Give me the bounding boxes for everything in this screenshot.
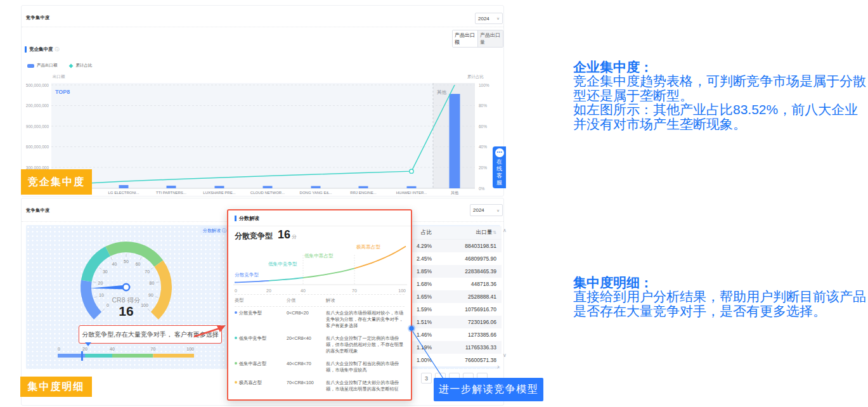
note-enterprise-concentration: 企业集中度： 竞企集中度趋势表格，可判断竞争市场是属于分散型还是属于垄断型。 如…	[573, 60, 868, 131]
cr8-gauge-chart: 0102030405060708090100CR8 得分16	[70, 234, 185, 330]
score-type-row: 低集中竞争型20<CR8<40前八大企业控制了一定比例的市场份额，但市场仍然相对…	[235, 332, 405, 358]
svg-text:60: 60	[136, 262, 141, 266]
svg-text:累计占比: 累计占比	[467, 74, 484, 79]
year-select[interactable]: 2024 ∨	[475, 13, 503, 24]
page: 竞争集中度 2024 ∨ 产品出口额 产品出口量 竞企集中度 ⓘ 产品出口额 累…	[0, 0, 868, 407]
customer-service-widget[interactable]: ⋯ 在线客服	[493, 146, 506, 188]
svg-text:1,500,000,000: 1,500,000,000	[26, 83, 49, 87]
svg-text:CR8 得分: CR8 得分	[112, 296, 141, 304]
svg-text:其他: 其他	[451, 191, 458, 195]
section-accent-bar	[25, 46, 27, 53]
concentration-combo-chart: 1,500,000,000100%1,200,000,00080%900,000…	[26, 74, 500, 196]
customer-service-label: 在线客服	[496, 158, 502, 186]
cr8-linear-gauge: 0204070100	[53, 345, 200, 363]
svg-text:100%: 100%	[479, 83, 489, 87]
annotation-sticker-bottom: 集中度明细	[20, 377, 92, 397]
scroll-right-icon[interactable]: ›	[497, 363, 500, 370]
card-title: 竞争集中度	[26, 15, 50, 21]
section-label: 竞企集中度 ⓘ	[25, 46, 60, 53]
note-body: 竞企集中度趋势表格，可判断竞争市场是属于分散型还是属于垄断型。 如左图所示：其他…	[573, 74, 868, 131]
svg-text:20: 20	[266, 288, 271, 293]
note-title: 企业集中度：	[573, 60, 868, 74]
svg-text:极高寡占型: 极高寡占型	[356, 244, 380, 250]
svg-text:70: 70	[151, 347, 156, 351]
scroll-down-icon[interactable]: ∨	[503, 352, 507, 358]
legend-bar-label[interactable]: 产品出口额	[37, 63, 58, 68]
card-competition-concentration-top: 竞争集中度 2024 ∨ 产品出口额 产品出口量 竞企集中度 ⓘ 产品出口额 累…	[21, 5, 504, 197]
divider	[22, 27, 503, 27]
legend-line-label[interactable]: 累计占比	[76, 63, 93, 68]
svg-text:LUXSHARE PRE...: LUXSHARE PRE...	[203, 191, 236, 195]
chart-legend: 产品出口额 累计占比	[27, 63, 93, 68]
svg-text:1,200,000,000: 1,200,000,000	[26, 103, 49, 108]
svg-text:其他: 其他	[437, 89, 447, 95]
svg-text:HUAWEI INTER...: HUAWEI INTER...	[396, 191, 427, 195]
interpret-model-button[interactable]: 进一步解读竞争模型	[434, 378, 543, 401]
toggle-export-volume[interactable]: 产品出口量	[477, 30, 503, 47]
section-label-text: 竞企集中度	[29, 46, 53, 53]
svg-text:TTI PARTNERS...: TTI PARTNERS...	[156, 191, 186, 195]
divider	[228, 226, 411, 226]
svg-text:70: 70	[352, 288, 357, 293]
svg-text:CLOUD NETWOR...: CLOUD NETWOR...	[250, 191, 285, 195]
table-header: 类型 分值 解读	[235, 294, 405, 307]
popup-header-text: 分数解读	[239, 215, 259, 222]
pagination-page-3[interactable]: 3	[421, 373, 432, 384]
legend-line-swatch	[68, 63, 73, 68]
svg-text:0%: 0%	[479, 186, 485, 191]
svg-text:DONG YANG E&...: DONG YANG E&...	[300, 191, 332, 195]
svg-text:60%: 60%	[479, 124, 487, 129]
svg-text:0: 0	[58, 347, 60, 351]
score-explain-text: 分数解读	[203, 228, 221, 233]
year-select-value: 2024	[478, 16, 489, 22]
note-concentration-detail: 集中度明细： 直接给到用户分析结果，帮助用户判断目前该产品是否存在大量竞争对手，…	[573, 275, 868, 318]
svg-text:900,000,000: 900,000,000	[26, 124, 49, 129]
popup-result-type: 分散竞争型	[235, 231, 273, 242]
svg-text:90: 90	[148, 293, 153, 297]
table-body: 分散竞争型0<CR8<20前八大企业的市场份额相对较小，市场竞争较为分散，存在大…	[235, 307, 405, 396]
info-icon: ⓘ	[222, 228, 226, 233]
verdict-box: 分散竞争型,存在大量竞争对手， 客户有更多选择	[79, 325, 222, 344]
svg-text:20%: 20%	[479, 165, 487, 170]
popup-header: 分数解读	[235, 215, 411, 222]
legend-bar-swatch	[27, 64, 34, 68]
chat-bubble-icon: ⋯	[495, 148, 504, 157]
note-body: 直接给到用户分析结果，帮助用户判断目前该产品是否存在大量竞争对手，是否有更多选择…	[573, 290, 868, 318]
score-curve-chart: 分散竞争型低集中竞争型低集中寡占型极高寡占型0204070100	[231, 242, 408, 294]
year-select-value: 2024	[473, 207, 484, 213]
svg-text:40: 40	[301, 288, 306, 293]
svg-text:600,000,000: 600,000,000	[26, 145, 49, 149]
note-title: 集中度明细：	[573, 275, 868, 290]
svg-text:LG ELECTRONI...: LG ELECTRONI...	[108, 191, 139, 195]
info-icon[interactable]: ⓘ	[55, 46, 60, 53]
svg-text:10: 10	[99, 293, 104, 297]
popup-result-score: 16	[278, 228, 290, 242]
svg-text:70: 70	[145, 269, 150, 274]
year-select[interactable]: 2024 ∨	[470, 204, 503, 216]
svg-text:40: 40	[110, 347, 115, 351]
popup-result: 分散竞争型 16 分	[235, 228, 297, 242]
svg-text:80: 80	[150, 281, 155, 285]
metric-toggle: 产品出口额 产品出口量	[452, 30, 503, 48]
svg-text:16: 16	[119, 304, 133, 318]
card-title: 竞争集中度	[26, 207, 50, 214]
scroll-up-icon[interactable]: ∧	[503, 228, 507, 233]
svg-text:30: 30	[103, 269, 108, 274]
chevron-down-icon: ∨	[496, 16, 500, 20]
sort-icon: ⇅	[493, 230, 496, 235]
toggle-export-value[interactable]: 产品出口额	[453, 30, 477, 47]
score-type-row: 低集中寡占型40<CR8<70前八大企业控制了相当比例的市场份额，市场集中度较高	[235, 358, 405, 377]
col-export-volume[interactable]: 出口量⇅	[432, 229, 502, 236]
popup-accent-bar	[235, 216, 236, 221]
svg-text:0: 0	[235, 288, 237, 293]
svg-text:40: 40	[112, 262, 117, 266]
chevron-down-icon: ∨	[496, 208, 500, 212]
svg-text:TOP8: TOP8	[55, 89, 70, 95]
score-explain-link[interactable]: 分数解读 ⓘ	[200, 226, 229, 235]
score-interpretation-popup: 分数解读 分散竞争型 16 分 分散竞争型低集中竞争型低集中寡占型极高寡占型02…	[227, 209, 412, 401]
svg-text:100: 100	[398, 288, 406, 293]
svg-text:低集中竞争型: 低集中竞争型	[268, 261, 297, 267]
verdict-pointer-icon	[85, 342, 91, 349]
svg-text:出口额: 出口额	[53, 74, 65, 79]
svg-text:0: 0	[107, 303, 109, 307]
